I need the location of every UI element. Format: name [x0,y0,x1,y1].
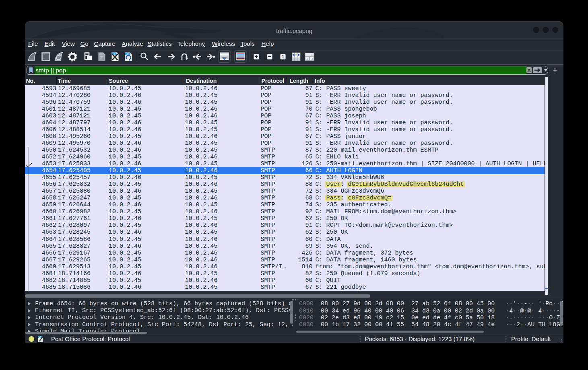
svg-text:3: 3 [311,57,313,60]
svg-text:1: 1 [282,54,284,59]
svg-text:2: 2 [307,57,308,60]
svg-text:1: 1 [311,53,313,56]
svg-text:0111: 0111 [99,58,104,60]
